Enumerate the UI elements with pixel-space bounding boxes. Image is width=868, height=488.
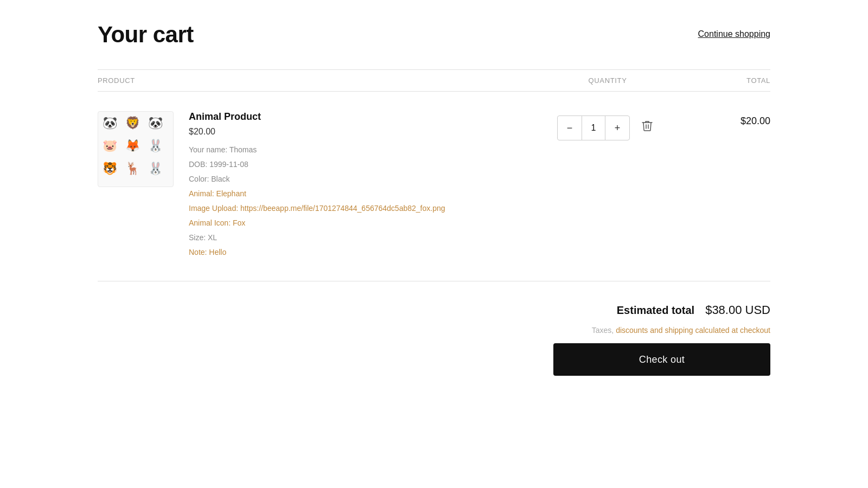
estimated-total-row: Estimated total $38.00 USD: [617, 303, 770, 317]
item-total: $20.00: [662, 111, 770, 127]
cart-header: Your cart Continue shopping: [98, 22, 770, 48]
quantity-decrease-button[interactable]: −: [558, 116, 582, 140]
animal-grid: 🐼 🦁 🐼 🐷 🦊 🐰 🐯 🦌 🐰: [98, 112, 173, 187]
quantity-col: − 1 +: [553, 111, 662, 140]
animal-2: 🦁: [125, 116, 146, 137]
animal-5: 🦊: [125, 139, 146, 159]
table-header: PRODUCT QUANTITY TOTAL: [98, 69, 770, 92]
animal-8: 🦌: [125, 162, 146, 182]
estimated-total-value: $38.00 USD: [705, 303, 770, 317]
animal-9: 🐰: [148, 162, 169, 182]
animal-7: 🐯: [103, 162, 123, 182]
product-details: Animal Product $20.00 Your name: Thomas …: [189, 111, 553, 261]
col-quantity-header: QUANTITY: [553, 76, 662, 85]
quantity-increase-button[interactable]: +: [605, 116, 629, 140]
product-col: 🐼 🦁 🐼 🐷 🦊 🐰 🐯 🦌 🐰 Animal Product $20.00 …: [98, 111, 553, 261]
attr-name: Your name: Thomas: [189, 144, 553, 156]
quantity-control: − 1 +: [557, 115, 630, 140]
minus-icon: −: [567, 123, 573, 134]
attr-size: Size: XL: [189, 232, 553, 243]
trash-icon: [642, 120, 653, 132]
product-name: Animal Product: [189, 111, 553, 123]
attr-animal: Animal: Elephant: [189, 188, 553, 200]
product-price: $20.00: [189, 127, 553, 137]
delete-item-button[interactable]: [636, 114, 658, 137]
attr-color: Color: Black: [189, 174, 553, 185]
cart-footer: Estimated total $38.00 USD Taxes, discou…: [98, 281, 770, 376]
product-image: 🐼 🦁 🐼 🐷 🦊 🐰 🐯 🦌 🐰: [98, 111, 174, 187]
continue-shopping-button[interactable]: Continue shopping: [698, 29, 770, 39]
estimated-total-label: Estimated total: [617, 304, 694, 317]
animal-4: 🐷: [103, 139, 123, 159]
col-product-header: PRODUCT: [98, 76, 553, 85]
plus-icon: +: [615, 123, 621, 134]
attr-animal-icon: Animal Icon: Fox: [189, 217, 553, 229]
col-total-header: TOTAL: [662, 76, 770, 85]
page-title: Your cart: [98, 22, 194, 48]
attr-dob: DOB: 1999-11-08: [189, 159, 553, 170]
animal-6: 🐰: [148, 139, 169, 159]
quantity-value: 1: [582, 116, 605, 140]
tax-note-link: discounts and shipping calculated at che…: [616, 326, 770, 335]
table-row: 🐼 🦁 🐼 🐷 🦊 🐰 🐯 🦌 🐰 Animal Product $20.00 …: [98, 92, 770, 281]
animal-3: 🐼: [148, 116, 169, 137]
tax-note: Taxes, discounts and shipping calculated…: [592, 326, 770, 335]
animal-1: 🐼: [103, 116, 123, 137]
attr-image-upload: Image Upload: https://beeapp.me/file/170…: [189, 203, 553, 214]
attr-note: Note: Hello: [189, 247, 553, 258]
checkout-button[interactable]: Check out: [553, 343, 770, 376]
